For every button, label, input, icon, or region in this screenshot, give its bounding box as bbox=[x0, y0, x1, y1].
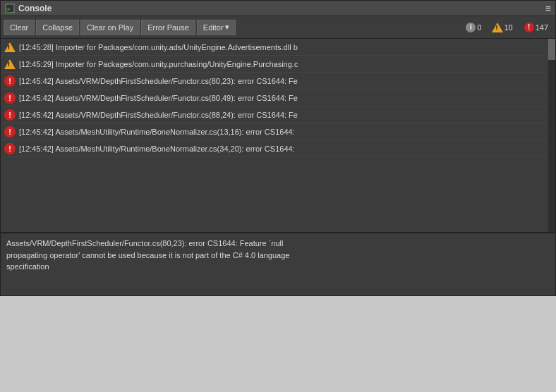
error-icon: ! bbox=[524, 23, 534, 32]
title-bar: >_ Console ≡ bbox=[1, 1, 555, 16]
error-pause-button[interactable]: Error Pause bbox=[141, 20, 195, 35]
log-scrollbar-thumb[interactable] bbox=[548, 39, 555, 60]
collapse-button[interactable]: Collapse bbox=[36, 20, 79, 35]
menu-icon[interactable]: ≡ bbox=[545, 3, 551, 14]
warn-entry-icon bbox=[4, 58, 16, 71]
warn-entry-icon bbox=[4, 41, 16, 54]
error-entry-icon: ! bbox=[4, 92, 16, 104]
entry-text: [12:45:29] Importer for Packages/com.uni… bbox=[19, 60, 298, 68]
error-badge[interactable]: ! 147 bbox=[520, 21, 552, 34]
error-entry-icon: ! bbox=[4, 75, 16, 87]
window-title: Console bbox=[18, 4, 52, 13]
entry-text: [12:45:28] Importer for Packages/com.uni… bbox=[19, 43, 298, 51]
entry-text: [12:45:42] Assets/MeshUtility/Runtime/Bo… bbox=[19, 128, 295, 136]
warn-badge[interactable]: 10 bbox=[488, 21, 516, 34]
warn-icon bbox=[492, 23, 502, 32]
entry-text: [12:45:42] Assets/VRM/DepthFirstSchedule… bbox=[19, 111, 298, 119]
info-icon: i bbox=[466, 23, 476, 32]
info-badge[interactable]: i 0 bbox=[461, 21, 485, 34]
error-entry-icon: ! bbox=[4, 109, 16, 121]
log-entries-list: [12:45:28] Importer for Packages/com.uni… bbox=[1, 39, 548, 157]
clear-button[interactable]: Clear bbox=[4, 20, 35, 35]
error-count: 147 bbox=[536, 23, 548, 32]
toolbar: Clear Collapse Clear on Play Error Pause… bbox=[1, 16, 555, 39]
entry-text: [12:45:42] Assets/VRM/DepthFirstSchedule… bbox=[19, 77, 298, 85]
console-icon: >_ bbox=[5, 4, 15, 13]
log-entry[interactable]: ! [12:45:42] Assets/VRM/DepthFirstSchedu… bbox=[1, 106, 548, 123]
log-area[interactable]: [12:45:28] Importer for Packages/com.uni… bbox=[1, 39, 555, 232]
log-entry[interactable]: ! [12:45:42] Assets/MeshUtility/Runtime/… bbox=[1, 140, 548, 157]
log-scrollbar-track[interactable] bbox=[548, 39, 555, 232]
clear-on-play-button[interactable]: Clear on Play bbox=[80, 20, 140, 35]
log-entry[interactable]: ! [12:45:42] Assets/MeshUtility/Runtime/… bbox=[1, 123, 548, 140]
status-icons: i 0 10 ! 147 bbox=[461, 21, 552, 34]
log-entry[interactable]: [12:45:29] Importer for Packages/com.uni… bbox=[1, 56, 548, 73]
info-count: 0 bbox=[477, 23, 481, 32]
log-entry[interactable]: ! [12:45:42] Assets/VRM/DepthFirstSchedu… bbox=[1, 73, 548, 90]
warn-count: 10 bbox=[504, 23, 512, 32]
console-window: >_ Console ≡ Clear Collapse Clear on Pla… bbox=[0, 0, 556, 296]
svg-text:>_: >_ bbox=[6, 6, 14, 13]
log-entry[interactable]: [12:45:28] Importer for Packages/com.uni… bbox=[1, 39, 548, 56]
log-entry[interactable]: ! [12:45:42] Assets/VRM/DepthFirstSchedu… bbox=[1, 90, 548, 106]
error-entry-icon: ! bbox=[4, 125, 16, 138]
editor-button[interactable]: Editor ▾ bbox=[197, 20, 236, 35]
bottom-area bbox=[0, 296, 556, 392]
entry-text: [12:45:42] Assets/MeshUtility/Runtime/Bo… bbox=[19, 145, 295, 153]
detail-text: Assets/VRM/DepthFirstScheduler/Functor.c… bbox=[6, 239, 289, 271]
entry-text: [12:45:42] Assets/VRM/DepthFirstSchedule… bbox=[19, 94, 298, 102]
error-entry-icon: ! bbox=[4, 142, 16, 155]
detail-area: Assets/VRM/DepthFirstScheduler/Functor.c… bbox=[1, 232, 555, 295]
